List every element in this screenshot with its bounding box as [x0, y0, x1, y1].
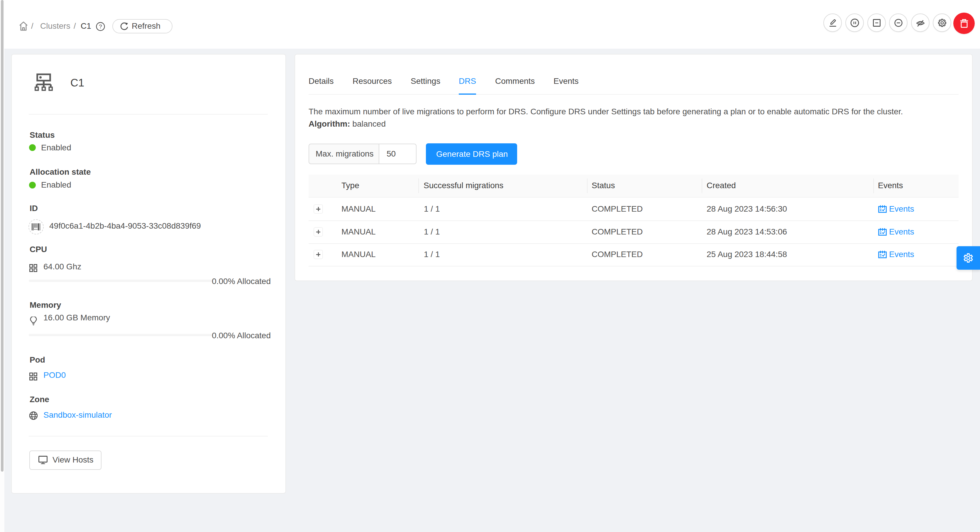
svg-text:?: ? [99, 24, 102, 30]
